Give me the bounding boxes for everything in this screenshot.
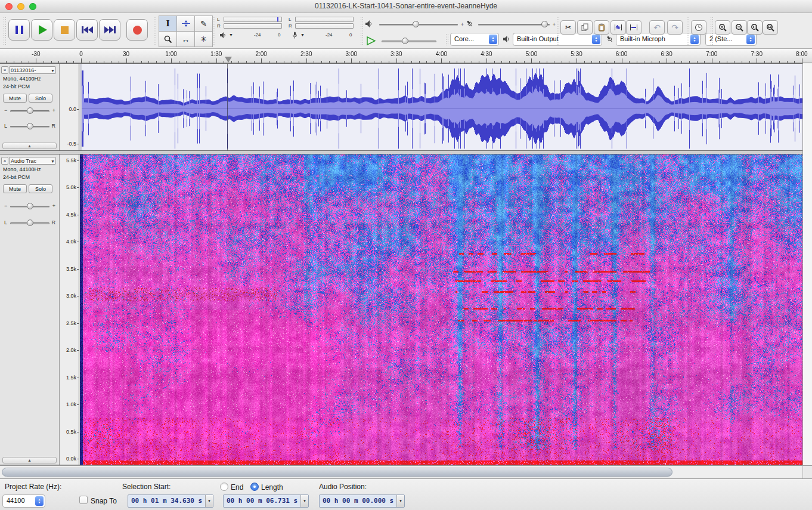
toolbar-grip[interactable] xyxy=(686,17,690,45)
selection-length-radio[interactable] xyxy=(250,483,259,491)
record-button[interactable] xyxy=(126,19,148,41)
draw-tool-button[interactable]: ✎ xyxy=(194,16,213,32)
output-volume-slider[interactable]: + xyxy=(379,20,458,29)
mute-button[interactable]: Mute xyxy=(3,94,27,103)
fit-selection-button[interactable] xyxy=(747,20,763,35)
pan-right-label: R xyxy=(52,123,56,129)
input-volume-slider[interactable]: + xyxy=(478,20,550,29)
microphone-icon xyxy=(291,32,298,40)
meter-menu-arrow[interactable]: ▼ xyxy=(300,33,305,37)
zoom-out-button[interactable] xyxy=(732,20,747,35)
gain-thumb[interactable] xyxy=(27,203,33,209)
zoom-tool-icon xyxy=(164,35,172,44)
trim-audio-button[interactable] xyxy=(610,20,626,35)
silence-audio-button[interactable] xyxy=(626,20,641,35)
output-volume-thumb[interactable] xyxy=(413,21,419,27)
redo-button[interactable]: ↷ xyxy=(667,20,683,35)
pan-slider[interactable]: L R xyxy=(4,219,56,227)
fit-project-button[interactable] xyxy=(763,20,778,35)
playback-meter[interactable]: L R ▼ -24 0 xyxy=(216,17,285,47)
waveform-display[interactable] xyxy=(80,64,802,150)
playback-meter-left-bar xyxy=(224,17,282,22)
toolbar-grip[interactable] xyxy=(360,17,364,45)
skip-to-end-button[interactable] xyxy=(99,19,120,41)
envelope-tool-button[interactable] xyxy=(176,16,195,32)
toolbar-grip[interactable] xyxy=(3,17,7,45)
pause-button[interactable] xyxy=(8,19,30,41)
snap-to-checkbox[interactable] xyxy=(79,496,88,504)
play-at-speed-button[interactable] xyxy=(366,36,376,47)
horizontal-scrollbar[interactable] xyxy=(0,465,802,478)
mute-button[interactable]: Mute xyxy=(3,184,27,193)
track2-vertical-ruler[interactable]: 5.5k5.0k4.5k4.0k3.5k3.0k2.5k2.0k1.5k1.0k… xyxy=(60,154,79,465)
track-close-button[interactable]: × xyxy=(1,66,8,74)
scale-label: 5.5k xyxy=(66,157,76,163)
track-waveform: ×01132016-▼ Mono, 44100Hz 24-bit PCM Mut… xyxy=(0,63,802,151)
pan-thumb[interactable] xyxy=(27,220,33,226)
pan-thumb[interactable] xyxy=(27,123,33,129)
field-dropdown-icon[interactable]: ▾ xyxy=(300,495,308,507)
toolbar-grip[interactable] xyxy=(445,33,449,47)
input-volume-thumb[interactable] xyxy=(541,21,548,27)
cut-button[interactable]: ✂ xyxy=(560,20,576,35)
track-collapse-button[interactable]: ▴ xyxy=(2,143,57,149)
zoom-in-icon xyxy=(718,23,727,32)
gain-thumb[interactable] xyxy=(27,107,33,114)
solo-button[interactable]: Solo xyxy=(29,94,52,103)
zoom-in-button[interactable] xyxy=(715,20,730,35)
track1-vertical-ruler[interactable]: 0.0-0.5 xyxy=(60,64,79,150)
selection-end-radio[interactable] xyxy=(220,483,228,491)
audio-host-select[interactable]: Core... ▲▼ xyxy=(450,33,499,46)
playback-speed-thumb[interactable] xyxy=(402,38,408,44)
speaker-icon xyxy=(503,35,510,44)
playback-speed-slider[interactable] xyxy=(382,37,436,45)
timeline-label: 5:00 xyxy=(526,51,537,57)
track-collapse-button[interactable]: ▴ xyxy=(2,457,57,463)
zoom-out-icon xyxy=(735,23,744,32)
gain-slider[interactable]: − + xyxy=(4,107,56,115)
recording-meter[interactable]: L R ▼ -24 0 xyxy=(287,17,357,47)
project-rate-select[interactable]: 44100 ▲▼ xyxy=(2,494,45,508)
peak-indicator xyxy=(277,17,278,21)
recording-meter-right-bar xyxy=(295,23,354,29)
track-name-dropdown[interactable]: Audio Trac▼ xyxy=(9,157,56,165)
toolbar-grip[interactable] xyxy=(153,17,157,45)
paste-button[interactable] xyxy=(594,20,609,35)
stop-button[interactable] xyxy=(54,19,75,41)
vertical-scrollbar[interactable] xyxy=(802,63,812,465)
pan-slider[interactable]: L R xyxy=(4,122,56,131)
play-button[interactable] xyxy=(31,19,52,41)
slider-groove xyxy=(382,41,436,42)
zoom-window-button[interactable] xyxy=(29,3,36,10)
copy-button[interactable] xyxy=(577,20,593,35)
timeline-ruler[interactable]: -300301:001:302:002:303:003:304:004:305:… xyxy=(0,49,812,63)
timeshift-tool-button[interactable]: ↔ xyxy=(176,31,195,47)
toolbar-grip[interactable] xyxy=(710,17,714,45)
scale-label: 3.5k xyxy=(66,266,76,272)
selection-tool-button[interactable]: I xyxy=(159,16,177,32)
timeline-label: 1:00 xyxy=(165,51,176,57)
horizontal-scrollbar-thumb[interactable] xyxy=(2,468,672,477)
undo-button[interactable]: ↶ xyxy=(649,20,665,35)
audio-position-field[interactable]: 00 h 00 m 00.000 s ▾ xyxy=(319,494,405,508)
pinned-play-head-button[interactable] xyxy=(691,20,706,35)
zoom-tool-button[interactable] xyxy=(159,31,177,47)
meter-menu-arrow[interactable]: ▼ xyxy=(229,33,233,37)
cut-icon: ✂ xyxy=(565,23,571,32)
spectrogram-display[interactable] xyxy=(80,154,802,465)
gain-slider[interactable]: − + xyxy=(4,202,56,211)
field-dropdown-icon[interactable]: ▾ xyxy=(396,495,404,507)
minimize-window-button[interactable] xyxy=(17,3,24,10)
track-name-dropdown[interactable]: 01132016-▼ xyxy=(9,66,56,74)
toolbar-grip[interactable] xyxy=(556,17,560,45)
scale-label: 3.0k xyxy=(66,293,76,299)
selection-length-field[interactable]: 00 h 00 m 06.731 s ▾ xyxy=(223,494,309,508)
playhead-pin[interactable] xyxy=(225,57,232,63)
selection-start-field[interactable]: 00 h 01 m 34.630 s ▾ xyxy=(128,494,213,508)
skip-to-start-button[interactable] xyxy=(76,19,98,41)
track-close-button[interactable]: × xyxy=(1,157,8,165)
solo-button[interactable]: Solo xyxy=(29,184,52,193)
field-dropdown-icon[interactable]: ▾ xyxy=(205,495,213,507)
close-window-button[interactable] xyxy=(5,3,13,10)
multi-tool-button[interactable]: ✳ xyxy=(194,31,213,47)
